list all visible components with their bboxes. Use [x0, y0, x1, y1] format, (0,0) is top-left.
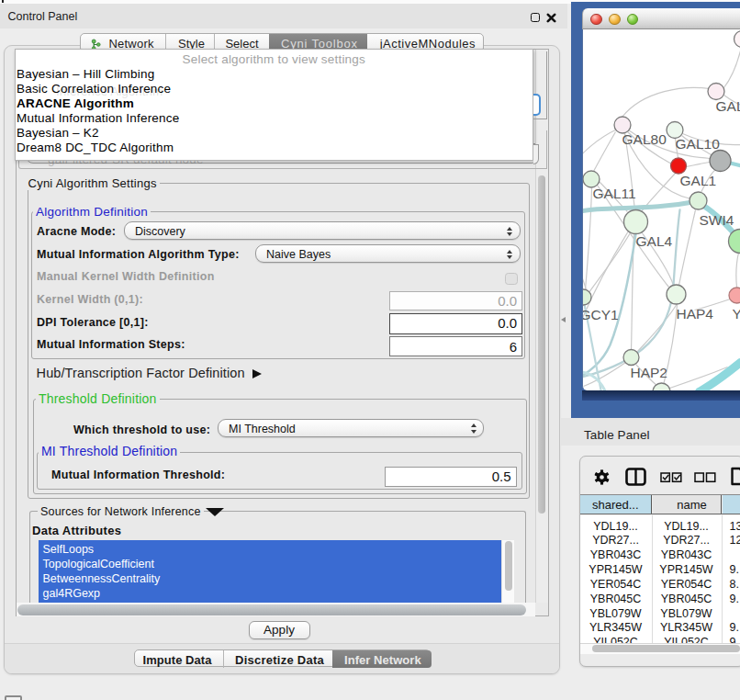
svg-text:GAL7: GAL7 — [715, 97, 740, 113]
svg-text:SWI4: SWI4 — [699, 211, 734, 227]
svg-text:GAL80: GAL80 — [622, 130, 667, 146]
svg-text:GAL4: GAL4 — [635, 232, 672, 248]
svg-text:HAP2: HAP2 — [630, 364, 667, 379]
svg-text:GAL11: GAL11 — [592, 185, 635, 200]
svg-text:GCY1: GCY1 — [583, 306, 619, 322]
svg-text:HAP4: HAP4 — [676, 305, 713, 321]
svg-text:GAL10: GAL10 — [675, 135, 720, 151]
svg-text:Y: Y — [732, 305, 740, 321]
svg-text:GAL1: GAL1 — [679, 172, 716, 187]
